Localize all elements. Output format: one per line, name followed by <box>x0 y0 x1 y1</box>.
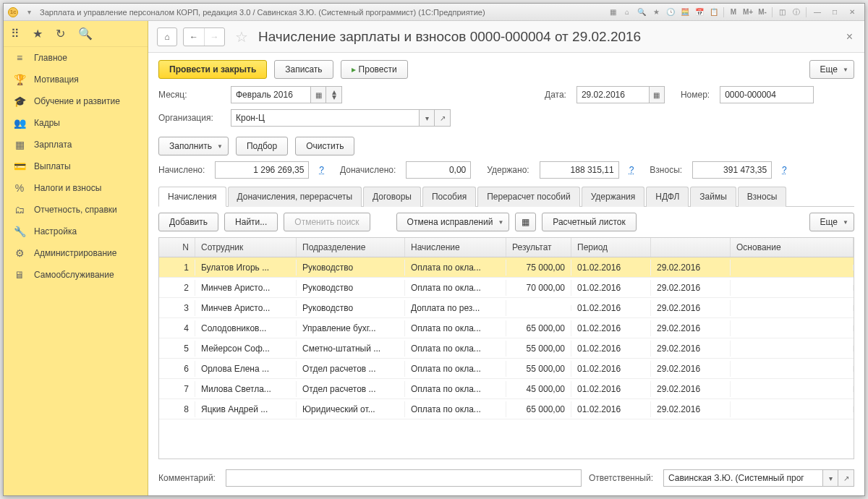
date-input[interactable]: 29.02.2016 <box>576 86 649 103</box>
col-period[interactable]: Период <box>571 238 651 257</box>
tab[interactable]: Доначисления, перерасчеты <box>228 187 362 207</box>
m-minus-button[interactable]: M- <box>756 7 769 18</box>
post-and-close-button[interactable]: Провести и закрыть <box>158 60 267 79</box>
org-open-icon[interactable]: ↗ <box>435 109 451 127</box>
clear-button[interactable]: Очистить <box>295 137 354 155</box>
close-tab-button[interactable]: × <box>843 27 856 46</box>
sidebar-item[interactable]: 🗂Отчетность, справки <box>4 199 148 221</box>
post-button[interactable]: ▸Провести <box>341 60 408 79</box>
sidebar-item[interactable]: 🏆Мотивация <box>4 69 148 90</box>
tool-icon[interactable]: 🧮 <box>678 7 692 18</box>
close-button[interactable]: ✕ <box>844 7 860 18</box>
org-dropdown-icon[interactable]: ▾ <box>419 109 435 127</box>
forward-button[interactable]: → <box>204 28 224 46</box>
tab[interactable]: Взносы <box>738 187 786 207</box>
number-input[interactable]: 0000-000004 <box>720 86 814 103</box>
tab[interactable]: Начисления <box>158 187 226 207</box>
grid-config-icon[interactable]: ▦ <box>515 213 536 231</box>
additional-value[interactable]: 0,00 <box>406 161 471 179</box>
table-row[interactable]: 6 Орлова Елена ... Отдел расчетов ... Оп… <box>159 359 854 379</box>
more-button[interactable]: Еще <box>809 60 854 79</box>
cell-accrual: Оплата по окла... <box>405 320 506 336</box>
minimize-button[interactable]: — <box>809 7 825 18</box>
month-spinner[interactable]: ▴▾ <box>326 86 342 103</box>
tab[interactable]: Договоры <box>363 187 421 207</box>
sidebar-item[interactable]: 💳Выплаты <box>4 155 148 177</box>
tool-icon[interactable]: ⌂ <box>621 7 634 18</box>
col-employee[interactable]: Сотрудник <box>195 238 297 257</box>
cancel-fix-button[interactable]: Отмена исправлений <box>396 213 510 231</box>
help-icon[interactable]: ? <box>319 165 324 175</box>
calendar-icon[interactable]: ▦ <box>649 86 665 103</box>
table-row[interactable]: 4 Солодовников... Управление бухг... Опл… <box>159 318 854 338</box>
table-row[interactable]: 1 Булатов Игорь ... Руководство Оплата п… <box>159 257 854 278</box>
tab[interactable]: Займы <box>690 187 736 207</box>
tab[interactable]: Пособия <box>422 187 476 207</box>
table-row[interactable]: 2 Минчев Аристо... Руководство Оплата по… <box>159 278 854 298</box>
responsible-dropdown-icon[interactable]: ▾ <box>822 469 838 487</box>
tool-icon[interactable]: ★ <box>650 7 663 18</box>
responsible-input[interactable]: Савинская З.Ю. (Системный прог <box>663 469 822 487</box>
add-button[interactable]: Добавить <box>158 213 218 231</box>
table-row[interactable]: 3 Минчев Аристо... Руководство Доплата п… <box>159 298 854 318</box>
responsible-open-icon[interactable]: ↗ <box>838 469 854 487</box>
table-row[interactable]: 7 Милова Светла... Отдел расчетов ... Оп… <box>159 379 854 399</box>
cell-result: 55 000,00 <box>506 361 571 377</box>
favorite-star-icon[interactable]: ☆ <box>235 28 248 46</box>
back-button[interactable]: ← <box>184 28 204 46</box>
save-button[interactable]: Записать <box>274 60 333 79</box>
col-result[interactable]: Результат <box>506 238 571 257</box>
additional-label: Доначислено: <box>340 165 396 175</box>
find-button[interactable]: Найти... <box>224 213 278 231</box>
star-icon[interactable]: ★ <box>33 27 43 40</box>
month-picker-icon[interactable]: ▦ <box>310 86 326 103</box>
tool-icon[interactable]: ▦ <box>606 7 619 18</box>
table-row[interactable]: 8 Яцкив Андрей ... Юридический от... Опл… <box>159 399 854 419</box>
col-accrual[interactable]: Начисление <box>405 238 506 257</box>
search-icon[interactable]: 🔍 <box>78 27 93 40</box>
m-button[interactable]: M <box>727 7 740 18</box>
tool-icon[interactable]: 📋 <box>707 7 720 18</box>
cancel-search-button[interactable]: Отменить поиск <box>284 213 370 231</box>
table-row[interactable]: 5 Мейерсон Соф... Сметно-штатный ... Опл… <box>159 338 854 359</box>
help-icon[interactable]: ? <box>629 165 634 175</box>
tool-icon[interactable]: 🕓 <box>664 7 677 18</box>
cell-period-start: 01.02.2016 <box>571 300 651 316</box>
month-input[interactable]: Февраль 2016 <box>231 86 310 103</box>
sidebar-item[interactable]: 👥Кадры <box>4 112 148 134</box>
col-department[interactable]: Подразделение <box>297 238 405 257</box>
comment-input[interactable] <box>226 469 582 487</box>
pick-button[interactable]: Подбор <box>236 137 288 155</box>
sidebar-item[interactable]: 🖥Самообслуживание <box>4 264 148 286</box>
col-basis[interactable]: Основание <box>731 238 854 257</box>
sidebar-item[interactable]: ▦Зарплата <box>4 134 148 155</box>
dropdown-icon[interactable]: ▾ <box>22 7 35 18</box>
sidebar-item[interactable]: 🔧Настройка <box>4 221 148 242</box>
history-icon[interactable]: ↻ <box>56 27 65 40</box>
sidebar-item[interactable]: 🎓Обучение и развитие <box>4 90 148 112</box>
tab[interactable]: Перерасчет пособий <box>477 187 579 207</box>
maximize-button[interactable]: □ <box>827 7 843 18</box>
help-icon[interactable]: ? <box>782 165 787 175</box>
sidebar-item[interactable]: ≡Главное <box>4 47 148 69</box>
tool-icon[interactable]: 📅 <box>693 7 706 18</box>
tab[interactable]: НДФЛ <box>646 187 689 207</box>
payslip-button[interactable]: Расчетный листок <box>542 213 636 231</box>
sidebar-item[interactable]: ⚙Администрирование <box>4 242 148 264</box>
home-button[interactable]: ⌂ <box>157 27 177 46</box>
withheld-value[interactable]: 188 315,11 <box>540 161 619 179</box>
grid-more-button[interactable]: Еще <box>809 213 854 231</box>
tool-icon[interactable]: 🔍 <box>635 7 648 18</box>
contrib-value[interactable]: 391 473,35 <box>692 161 772 179</box>
tab[interactable]: Удержания <box>582 187 645 207</box>
accrued-value[interactable]: 1 296 269,35 <box>215 161 309 179</box>
org-input[interactable]: Крон-Ц <box>231 109 419 127</box>
m-plus-button[interactable]: M+ <box>741 7 754 18</box>
sidebar-item[interactable]: %Налоги и взносы <box>4 177 148 199</box>
fill-button[interactable]: Заполнить <box>158 137 229 155</box>
panel-icon[interactable]: ◫ <box>775 7 788 18</box>
apps-icon[interactable]: ⠿ <box>11 27 20 40</box>
info-icon[interactable]: ⓘ <box>790 7 803 18</box>
col-n[interactable]: N <box>159 238 195 257</box>
col-period-end[interactable] <box>651 238 731 257</box>
